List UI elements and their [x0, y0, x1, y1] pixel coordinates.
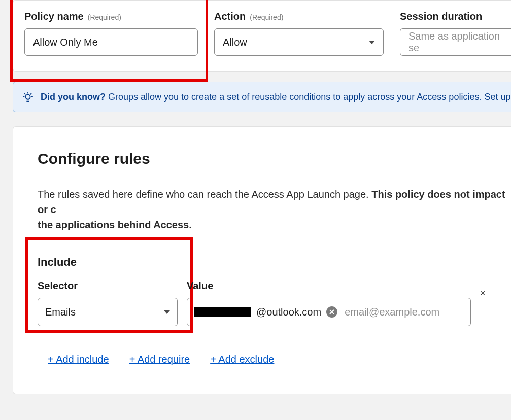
- session-duration-field: Session duration Same as application se: [400, 11, 511, 56]
- banner-text: Did you know? Groups allow you to create…: [41, 92, 511, 102]
- value-input[interactable]: @outlook.com email@example.com: [187, 298, 471, 326]
- session-duration-placeholder: Same as application se: [408, 30, 503, 54]
- policy-top-card: Policy name (Required) Allow Only Me Act…: [13, 0, 511, 72]
- include-heading: Include: [38, 256, 511, 269]
- rules-desc-plain: The rules saved here define who can reac…: [38, 189, 371, 200]
- selector-label: Selector: [38, 280, 178, 292]
- lightbulb-icon: [22, 91, 33, 102]
- policy-name-field: Policy name (Required) Allow Only Me: [24, 11, 198, 56]
- action-select[interactable]: Allow: [214, 28, 384, 56]
- configure-rules-description: The rules saved here define who can reac…: [38, 187, 511, 232]
- info-banner: Did you know? Groups allow you to create…: [13, 82, 511, 112]
- configure-rules-heading: Configure rules: [38, 150, 511, 167]
- svg-point-5: [25, 94, 30, 99]
- rules-desc-bold2: the applications behind Access.: [38, 219, 192, 230]
- configure-rules-card: Configure rules The rules saved here def…: [13, 126, 511, 394]
- policy-name-input[interactable]: Allow Only Me: [24, 28, 198, 56]
- add-include-link[interactable]: + Add include: [48, 354, 109, 365]
- add-require-link[interactable]: + Add require: [129, 354, 190, 365]
- chevron-down-icon: [164, 310, 170, 314]
- session-duration-select[interactable]: Same as application se: [400, 28, 511, 56]
- value-placeholder: email@example.com: [345, 306, 463, 318]
- action-required: (Required): [250, 13, 283, 21]
- banner-body: Groups allow you to create a set of reus…: [108, 92, 511, 102]
- selector-value: Emails: [45, 306, 76, 318]
- close-icon: [329, 309, 334, 314]
- value-column: Value @outlook.com email@example.com: [187, 280, 471, 326]
- svg-line-2: [30, 93, 31, 94]
- action-label: Action: [214, 11, 246, 22]
- redacted-text: [194, 307, 251, 317]
- policy-name-label: Policy name: [24, 11, 84, 22]
- action-value: Allow: [223, 37, 247, 48]
- selector-column: Selector Emails: [38, 280, 178, 326]
- include-rule-row: Selector Emails Value @outlook.com email…: [38, 280, 511, 326]
- value-label: Value: [187, 280, 471, 292]
- remove-rule-button[interactable]: ×: [480, 280, 486, 299]
- session-duration-label: Session duration: [400, 11, 482, 22]
- selector-select[interactable]: Emails: [38, 298, 178, 326]
- add-exclude-link[interactable]: + Add exclude: [210, 354, 274, 365]
- remove-chip-button[interactable]: [326, 306, 337, 318]
- chevron-down-icon: [369, 41, 375, 44]
- email-chip: @outlook.com: [194, 306, 337, 318]
- banner-lead: Did you know?: [41, 92, 106, 102]
- svg-line-1: [24, 93, 25, 94]
- policy-name-value: Allow Only Me: [33, 37, 98, 48]
- policy-name-required: (Required): [88, 13, 121, 21]
- email-chip-suffix: @outlook.com: [256, 306, 321, 318]
- add-rule-links: + Add include + Add require + Add exclud…: [48, 354, 511, 365]
- action-field: Action (Required) Allow: [214, 11, 384, 56]
